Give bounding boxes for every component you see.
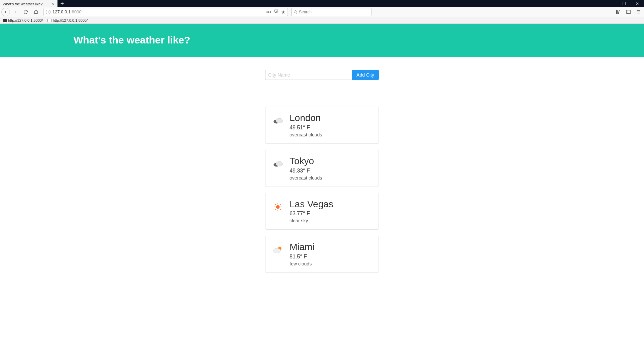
bookmark-label: http://127.0.0.1:5000/	[8, 18, 43, 22]
window-controls: — ☐ ✕	[604, 0, 644, 7]
pocket-icon[interactable]	[274, 9, 279, 15]
svg-rect-2	[618, 10, 620, 14]
city-card: Miami 81.5° F few clouds	[265, 236, 379, 273]
weather-overcast-icon	[272, 158, 284, 169]
svg-point-12	[276, 205, 280, 209]
bookmark-item[interactable]: http://127.0.0.1:8000/	[47, 18, 88, 22]
bookmark-favicon	[47, 19, 51, 22]
window-titlebar: What's the weather like? × + — ☐ ✕	[0, 0, 644, 7]
new-tab-button[interactable]: +	[58, 0, 67, 7]
svg-rect-3	[626, 10, 630, 14]
city-card: London 49.51° F overcast clouds	[265, 107, 379, 144]
site-info-icon[interactable]: i	[46, 10, 50, 14]
reload-button[interactable]	[21, 8, 30, 16]
tab-title: What's the weather like?	[3, 2, 43, 6]
bookmark-star-icon[interactable]: ★	[281, 9, 286, 15]
menu-button[interactable]	[634, 8, 643, 16]
browser-tab[interactable]: What's the weather like? ×	[0, 0, 58, 7]
city-description: overcast clouds	[290, 132, 322, 137]
weather-overcast-icon	[272, 115, 284, 126]
home-button[interactable]	[31, 8, 40, 16]
svg-line-19	[275, 209, 276, 210]
hero-banner: What's the weather like?	[0, 24, 644, 57]
back-button[interactable]	[1, 8, 10, 16]
city-temperature: 49.51° F	[290, 125, 322, 131]
add-city-form: Add City	[265, 70, 379, 80]
svg-line-17	[275, 204, 276, 205]
city-card-list: London 49.51° F overcast clouds Tokyo 49…	[265, 107, 379, 273]
url-port: :8000	[71, 9, 82, 14]
city-temperature: 49.33° F	[290, 168, 322, 174]
bookmark-item[interactable]: http://127.0.0.1:5000/	[3, 18, 43, 22]
nav-toolbar: i 127.0.0.1:8000 ••• ★ Search	[0, 7, 644, 17]
weather-few-clouds-icon	[272, 244, 284, 255]
browser-search-box[interactable]: Search	[291, 8, 371, 16]
url-host: 127.0.0.1	[52, 9, 71, 14]
weather-clear-icon	[272, 201, 284, 213]
bookmarks-bar: http://127.0.0.1:5000/ http://127.0.0.1:…	[0, 17, 644, 24]
svg-line-20	[280, 204, 281, 205]
svg-rect-1	[617, 10, 618, 14]
svg-rect-0	[616, 10, 617, 14]
city-name: Miami	[290, 242, 315, 252]
search-placeholder: Search	[299, 10, 312, 14]
forward-button[interactable]	[11, 8, 20, 16]
bookmark-label: http://127.0.0.1:8000/	[53, 18, 88, 22]
window-close-button[interactable]: ✕	[631, 0, 644, 7]
svg-line-18	[280, 209, 281, 210]
url-bar[interactable]: i 127.0.0.1:8000 ••• ★	[43, 8, 288, 16]
city-temperature: 63.77° F	[290, 211, 333, 217]
city-temperature: 81.5° F	[290, 254, 315, 260]
svg-point-9	[276, 118, 283, 123]
svg-point-11	[276, 161, 283, 166]
svg-point-22	[274, 248, 281, 253]
city-name-input[interactable]	[265, 70, 352, 80]
city-name: London	[290, 113, 322, 123]
search-icon	[294, 10, 298, 14]
page-viewport[interactable]: What's the weather like? Add City London…	[0, 24, 644, 346]
city-name: Las Vegas	[290, 199, 333, 210]
add-city-button[interactable]: Add City	[352, 70, 379, 80]
sidebar-button[interactable]	[624, 8, 633, 16]
city-description: overcast clouds	[290, 175, 322, 181]
city-card: Tokyo 49.33° F overcast clouds	[265, 150, 379, 187]
city-card: Las Vegas 63.77° F clear sky	[265, 193, 379, 230]
city-name: Tokyo	[290, 156, 322, 166]
city-description: few clouds	[290, 261, 315, 266]
page-actions-icon[interactable]: •••	[266, 9, 271, 15]
bookmark-favicon	[3, 19, 7, 22]
window-maximize-button[interactable]: ☐	[617, 0, 631, 7]
close-tab-icon[interactable]: ×	[52, 2, 55, 6]
city-description: clear sky	[290, 218, 333, 223]
library-button[interactable]	[614, 8, 623, 16]
page-title: What's the weather like?	[74, 34, 644, 46]
window-minimize-button[interactable]: —	[604, 0, 617, 7]
